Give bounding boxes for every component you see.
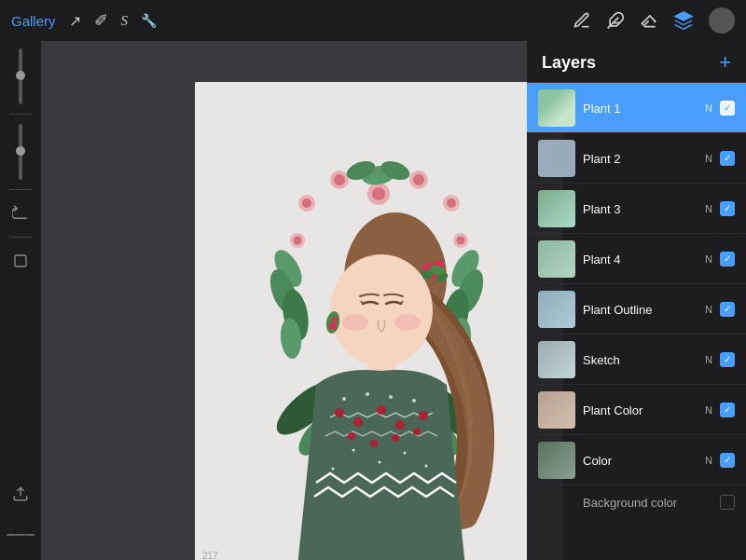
layer-visibility-checkbox[interactable] (720, 453, 735, 468)
layer-thumbnail (538, 240, 575, 278)
layers-list: Plant 1 N Plant 2 N Plant 3 N Plant 4 N … (527, 83, 746, 519)
svg-text:217: 217 (202, 551, 218, 560)
svg-point-15 (302, 198, 311, 208)
svg-point-66 (412, 399, 416, 403)
svg-point-9 (413, 174, 424, 185)
svg-marker-2 (675, 12, 692, 20)
layer-name: Plant Color (583, 403, 642, 417)
layer-info: Plant 2 (575, 150, 705, 167)
svg-point-74 (392, 434, 399, 442)
toolbar: Gallery ↗ ✐ S 🔧 (0, 0, 746, 41)
layer-item-plant-color[interactable]: Plant Color N (527, 385, 746, 435)
layer-mode: N (705, 203, 712, 214)
svg-rect-3 (15, 255, 26, 266)
artwork-canvas[interactable]: 217 (195, 82, 563, 560)
svg-point-67 (335, 408, 344, 417)
layer-name: Plant Outline (583, 303, 652, 317)
layer-name: Plant 1 (583, 102, 620, 116)
export-button[interactable] (7, 480, 35, 508)
svg-point-69 (377, 405, 386, 415)
modify-tool-icon[interactable]: ↗ (69, 12, 81, 30)
layer-item-plant-outline[interactable]: Plant Outline N (527, 284, 746, 335)
eraser-icon[interactable] (640, 11, 658, 30)
layer-name-bg: Background color (538, 496, 720, 510)
layer-mode: N (705, 153, 712, 164)
layer-item-background-color[interactable]: Background color (527, 485, 746, 519)
svg-point-58 (342, 314, 368, 331)
layer-thumbnail (538, 89, 575, 127)
avatar-button[interactable] (709, 7, 735, 34)
layer-name: Plant 4 (583, 253, 620, 266)
svg-point-13 (447, 198, 456, 208)
layer-info: Plant Color (575, 402, 705, 418)
svg-point-80 (404, 452, 407, 455)
undo-button[interactable] (7, 199, 35, 227)
layer-info: Color (575, 452, 705, 469)
opacity-slider[interactable] (19, 124, 22, 180)
layer-visibility-checkbox[interactable] (720, 403, 735, 417)
layer-name: Sketch (583, 353, 620, 367)
layer-visibility-checkbox[interactable] (720, 201, 735, 216)
svg-point-63 (342, 397, 346, 401)
svg-point-19 (294, 237, 302, 245)
layer-info: Plant 1 (575, 100, 705, 116)
layer-item-plant-1[interactable]: Plant 1 N (527, 83, 746, 133)
settings-tool-icon[interactable]: 🔧 (141, 13, 157, 28)
layer-checkbox-bg[interactable] (720, 495, 735, 510)
svg-point-64 (366, 392, 369, 396)
svg-point-79 (352, 449, 355, 452)
layer-name: Plant 2 (583, 152, 620, 166)
layer-item-color[interactable]: Color N (527, 435, 746, 485)
pen-icon[interactable] (606, 11, 625, 30)
layer-info: Plant 4 (575, 251, 705, 267)
svg-point-73 (370, 440, 378, 447)
layer-mode: N (705, 253, 712, 265)
layer-info: Plant Outline (575, 301, 705, 318)
layer-item-plant-2[interactable]: Plant 2 N (527, 133, 746, 184)
layer-info: Plant 3 (575, 200, 705, 217)
svg-point-70 (395, 420, 405, 430)
layer-item-plant-3[interactable]: Plant 3 N (527, 184, 746, 234)
layer-thumbnail (538, 442, 575, 479)
svg-point-76 (332, 468, 335, 471)
layers-add-button[interactable]: + (719, 52, 731, 73)
layer-thumbnail (538, 391, 575, 429)
svg-point-17 (457, 237, 465, 245)
layer-visibility-checkbox[interactable] (720, 252, 735, 266)
layers-panel: Layers + Plant 1 N Plant 2 N Plant 3 N P… (527, 41, 746, 560)
toolbar-left: Gallery ↗ ✐ S 🔧 (11, 10, 157, 31)
rectangle-select-button[interactable] (7, 247, 35, 275)
svg-point-68 (353, 417, 363, 427)
svg-point-75 (413, 428, 421, 435)
sidebar-divider-1 (9, 114, 32, 115)
layer-thumbnail (538, 140, 575, 177)
layer-visibility-checkbox[interactable] (720, 352, 735, 367)
toolbar-right (573, 7, 735, 34)
svg-point-62 (332, 317, 338, 322)
layer-thumbnail (538, 291, 575, 328)
svg-point-65 (389, 395, 393, 399)
selection-tool-icon[interactable]: S (121, 13, 129, 29)
layer-visibility-checkbox[interactable] (720, 101, 735, 116)
layer-thumbnail (538, 341, 575, 378)
layer-name: Plant 3 (583, 202, 620, 216)
svg-point-72 (348, 432, 355, 440)
layer-item-sketch[interactable]: Sketch N (527, 335, 746, 385)
svg-point-71 (419, 411, 428, 420)
layer-visibility-checkbox[interactable] (720, 302, 735, 317)
layers-icon[interactable] (673, 10, 694, 31)
layer-item-plant-4[interactable]: Plant 4 N (527, 234, 746, 284)
layer-mode: N (705, 304, 712, 315)
brush-size-slider[interactable] (19, 48, 22, 104)
transform-tool-icon[interactable]: ✐ (94, 10, 108, 31)
layer-visibility-checkbox[interactable] (720, 151, 735, 166)
gallery-button[interactable]: Gallery (11, 13, 56, 29)
svg-point-77 (379, 461, 381, 464)
svg-point-78 (425, 465, 428, 468)
layer-mode: N (705, 354, 712, 365)
svg-point-59 (394, 314, 421, 331)
layer-name: Color (583, 454, 612, 468)
layer-mode: N (705, 102, 712, 114)
settings-indicator[interactable] (7, 521, 35, 549)
pencil-icon[interactable] (573, 11, 591, 30)
